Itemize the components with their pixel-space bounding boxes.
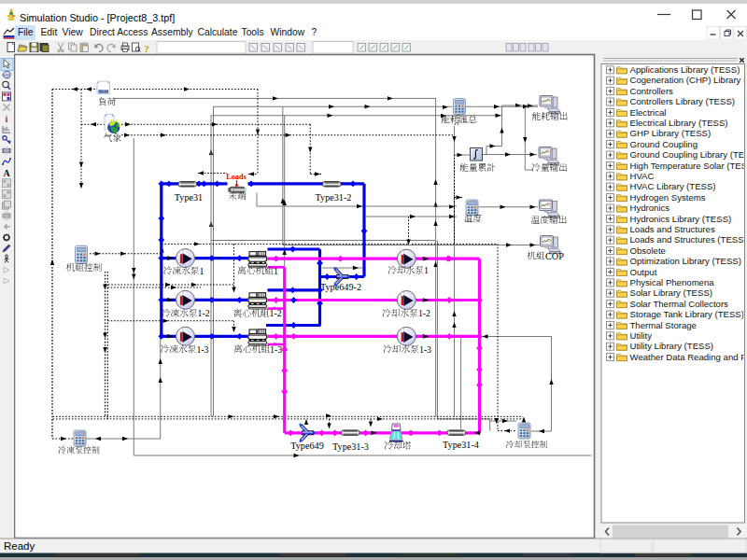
svg-text:Loads and Structures: Loads and Structures xyxy=(630,224,715,234)
svg-text:Weather Data Reading and Proce: Weather Data Reading and Process xyxy=(630,352,747,362)
svg-text:Hydronics Library (TESS): Hydronics Library (TESS) xyxy=(630,214,732,224)
svg-text:COP: COP xyxy=(545,251,564,261)
svg-text:Type31-3: Type31-3 xyxy=(332,441,369,452)
svg-text:Ground Coupling Library (TESS): Ground Coupling Library (TESS) xyxy=(630,149,747,160)
svg-text:1-2: 1-2 xyxy=(270,308,282,318)
svg-text:Ready: Ready xyxy=(4,540,35,552)
svg-text:Type31-4: Type31-4 xyxy=(443,440,479,450)
svg-text:Thermal Storage: Thermal Storage xyxy=(630,320,697,330)
svg-text:Type649-2: Type649-2 xyxy=(320,282,361,292)
svg-text:Electrical: Electrical xyxy=(630,107,667,118)
svg-text:Storage Tank Library (TESS): Storage Tank Library (TESS) xyxy=(630,309,744,319)
svg-text:Controllers Library (TESS): Controllers Library (TESS) xyxy=(630,96,736,106)
svg-text:Utility: Utility xyxy=(630,330,653,341)
svg-text:1-3: 1-3 xyxy=(196,344,208,355)
svg-text:GHP Library (TESS): GHP Library (TESS) xyxy=(630,128,712,138)
svg-text:Type31-2: Type31-2 xyxy=(316,192,352,203)
svg-text:1: 1 xyxy=(200,266,204,276)
svg-text:Solar Thermal Collectors: Solar Thermal Collectors xyxy=(630,299,729,309)
svg-text:Electrical Library (TESS): Electrical Library (TESS) xyxy=(630,118,728,128)
svg-text:Type31: Type31 xyxy=(175,192,203,203)
svg-text:High Temperature Solar (TESS): High Temperature Solar (TESS) xyxy=(630,161,747,171)
svg-text:Loads: Loads xyxy=(226,173,246,181)
svg-text:1: 1 xyxy=(274,266,278,276)
svg-text:Loads and Structures (TESS): Loads and Structures (TESS) xyxy=(630,234,747,245)
svg-text:Solar Library (TESS): Solar Library (TESS) xyxy=(630,287,713,298)
svg-text:Obsolete: Obsolete xyxy=(630,245,666,256)
svg-text:Hydrogen Systems: Hydrogen Systems xyxy=(630,192,706,203)
svg-text:Hydronics: Hydronics xyxy=(630,203,670,213)
svg-text:Optimization Library (TESS): Optimization Library (TESS) xyxy=(630,256,741,266)
svg-text:HVAC: HVAC xyxy=(630,171,655,181)
svg-text:Type649: Type649 xyxy=(290,441,324,451)
svg-text:1-3: 1-3 xyxy=(419,344,431,355)
svg-text:Utility Library (TESS): Utility Library (TESS) xyxy=(630,341,714,351)
svg-text:Ground Coupling: Ground Coupling xyxy=(630,139,698,149)
svg-text:?: ? xyxy=(144,43,149,54)
svg-text:1: 1 xyxy=(424,265,429,275)
svg-text:Cogeneration (CHP) Library (TE: Cogeneration (CHP) Library (TESS) xyxy=(630,75,747,85)
svg-text:1-2: 1-2 xyxy=(418,308,430,318)
svg-text:1-3: 1-3 xyxy=(270,344,282,355)
svg-text:1-2: 1-2 xyxy=(198,308,210,318)
svg-text:Output: Output xyxy=(630,267,657,277)
svg-text:Applications Library (TESS): Applications Library (TESS) xyxy=(630,64,740,75)
svg-text:HVAC Library (TESS): HVAC Library (TESS) xyxy=(630,181,716,191)
svg-text:Physical Phenomena: Physical Phenomena xyxy=(630,277,715,287)
svg-text:Controllers: Controllers xyxy=(630,86,674,96)
